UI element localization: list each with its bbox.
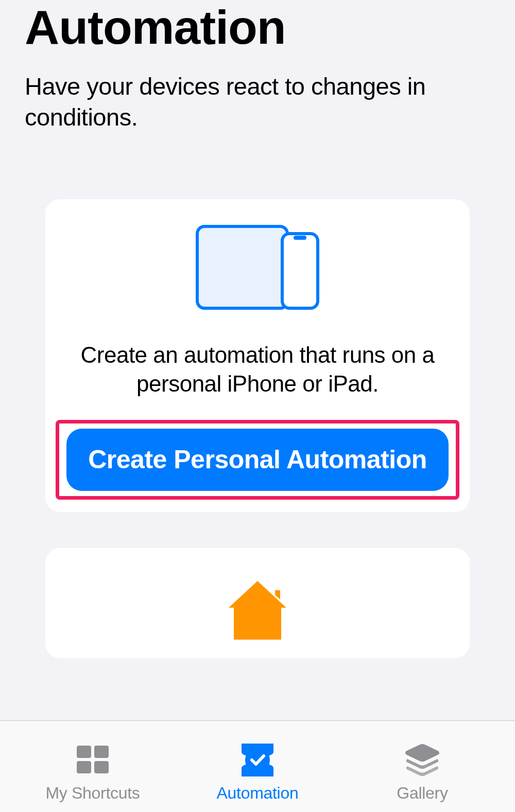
page-subtitle: Have your devices react to changes in co… — [25, 71, 490, 133]
tab-my-shortcuts[interactable]: My Shortcuts — [11, 721, 175, 803]
tab-bar: My Shortcuts Automation Gallery — [0, 720, 515, 812]
tab-label: My Shortcuts — [45, 784, 140, 803]
tab-label: Automation — [217, 784, 299, 803]
main-content: Automation Have your devices react to ch… — [0, 0, 515, 720]
grid-icon — [75, 745, 111, 775]
personal-card-description: Create an automation that runs on a pers… — [61, 341, 454, 399]
devices-icon — [196, 225, 319, 310]
svg-rect-6 — [94, 761, 109, 773]
layers-icon — [403, 743, 442, 777]
tab-label: Gallery — [397, 784, 448, 803]
svg-rect-1 — [282, 234, 318, 308]
create-personal-automation-button[interactable]: Create Personal Automation — [66, 429, 449, 491]
tab-automation[interactable]: Automation — [176, 721, 339, 803]
personal-automation-card: Create an automation that runs on a pers… — [45, 199, 470, 513]
svg-rect-4 — [94, 746, 109, 758]
home-automation-card — [45, 548, 470, 658]
svg-rect-5 — [77, 761, 91, 773]
svg-rect-2 — [294, 236, 306, 240]
tab-gallery[interactable]: Gallery — [341, 721, 504, 803]
house-icon — [221, 574, 294, 646]
svg-point-7 — [245, 748, 270, 772]
checkmark-badge-icon — [235, 742, 280, 779]
svg-rect-3 — [77, 746, 91, 758]
highlight-annotation: Create Personal Automation — [56, 420, 459, 500]
svg-rect-0 — [197, 226, 287, 308]
page-title: Automation — [25, 0, 490, 54]
